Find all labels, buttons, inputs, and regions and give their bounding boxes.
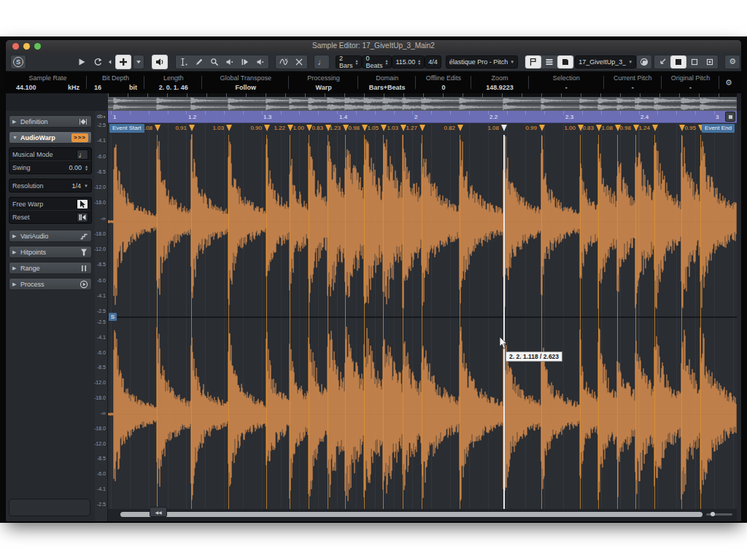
inspector-row-resolution[interactable]: Resolution1/4▼ (9, 179, 91, 192)
beats-field[interactable]: 0 Beats▲▼ (362, 55, 392, 69)
warp-marker-line[interactable] (700, 135, 701, 509)
inspector-section-process[interactable]: ▶Process (9, 278, 92, 290)
title-bar[interactable]: Sample Editor: 17_GiveItUp_3_Main2 (6, 40, 741, 53)
layers-button[interactable] (542, 56, 557, 68)
horizontal-zoom-slider[interactable] (706, 513, 732, 516)
play-tool-button[interactable] (222, 56, 237, 68)
warp-marker-handle[interactable] (501, 125, 507, 131)
collapse-left-icon[interactable] (107, 55, 114, 69)
audition-loop-button[interactable] (636, 55, 652, 69)
zoom-tool-button[interactable] (207, 56, 222, 68)
volume-tool-button[interactable] (253, 56, 268, 68)
cursor-arrow-icon[interactable] (77, 199, 88, 209)
warp-marker-line[interactable] (403, 135, 403, 509)
info-offline-edits[interactable]: Offline Edits0 (416, 71, 471, 93)
warp-marker-line[interactable] (157, 135, 158, 509)
autoscroll-options-button[interactable] (133, 55, 144, 69)
left-zone-button[interactable] (670, 55, 686, 69)
snap-button[interactable] (292, 56, 306, 68)
zoom-fit-button[interactable]: ◀◀ (150, 507, 167, 517)
warp-marker-line[interactable] (617, 135, 618, 509)
waveform-view[interactable]: 1.080.911.030.901.221.000.831.230.981.05… (108, 111, 737, 521)
warp-marker-line[interactable] (460, 135, 460, 509)
warp-marker-handle[interactable] (264, 125, 270, 131)
inspector-row-swing[interactable]: Swing0.00▲▼ (9, 161, 91, 174)
info-domain[interactable]: DomainBars+Beats (358, 71, 416, 93)
warp-marker-handle[interactable] (306, 125, 312, 131)
inspector-row-free-warp[interactable]: Free Warp (9, 198, 91, 211)
warp-marker-handle[interactable] (400, 125, 406, 131)
right-zone-button[interactable] (687, 56, 702, 68)
warp-marker-handle[interactable] (155, 125, 160, 131)
warp-marker-handle[interactable] (652, 125, 658, 131)
inspector-section-variaudio[interactable]: ▶VariAudio (9, 230, 92, 242)
warp-marker-handle[interactable] (189, 125, 195, 131)
open-in-window-button[interactable] (703, 56, 717, 68)
cycle-button[interactable] (90, 55, 105, 69)
inspector-row-reset[interactable]: Reset (9, 211, 91, 223)
timeline-ruler[interactable]: 11.21.31.422.22.32.43 (108, 111, 737, 123)
inspector-section-range[interactable]: ▶Range (9, 262, 92, 274)
segment-badge[interactable]: S (109, 313, 117, 321)
warp-marker-handle[interactable] (343, 125, 349, 131)
inspector-row-musical-mode[interactable]: Musical Mode♩ (9, 148, 91, 161)
horizontal-scrollbar[interactable] (108, 509, 737, 521)
warp-marker-handle[interactable] (381, 125, 387, 131)
info-current-pitch[interactable]: Current Pitch- (604, 71, 662, 93)
scrub-tool-button[interactable] (238, 56, 252, 68)
setup-toolbar-button[interactable]: ⚙ (724, 55, 740, 69)
musical-mode-button[interactable]: ♩ (314, 55, 330, 69)
spinner-icon[interactable]: ▲▼ (85, 165, 88, 171)
info-global-transpose[interactable]: Global TransposeFollow (202, 71, 289, 93)
warp-marker-line[interactable] (228, 135, 229, 509)
note-icon[interactable]: ♩ (77, 149, 88, 160)
inspector-section-audiowarp[interactable]: ▼AudioWarp>>> (9, 131, 92, 144)
tempo-field[interactable]: 115.00▲▼ (392, 55, 425, 69)
play-button[interactable] (74, 55, 89, 69)
timesig-field[interactable]: 4/4 (425, 55, 441, 69)
audio-overview[interactable] (108, 93, 737, 111)
warp-marker-line[interactable] (383, 135, 384, 509)
audition-button[interactable] (152, 55, 168, 69)
warp-marker-handle[interactable] (596, 125, 602, 131)
level-scale-menu[interactable]: db▾ (95, 111, 107, 122)
info-bit-depth[interactable]: Bit Depth16bit (87, 71, 144, 93)
steinberg-setup-button[interactable]: S (10, 55, 26, 69)
draw-tool-button[interactable] (192, 56, 206, 68)
warp-marker-line[interactable] (580, 135, 581, 509)
warp-marker-line[interactable] (503, 135, 505, 509)
info-processing[interactable]: ProcessingWarp (289, 71, 358, 93)
autoscroll-button[interactable] (115, 55, 131, 69)
warp-marker-line[interactable] (422, 135, 422, 509)
warp-marker-line[interactable] (598, 135, 599, 509)
warp-marker-handle[interactable] (679, 125, 685, 131)
horizontal-scrollbar-thumb[interactable] (120, 512, 703, 517)
warp-marker-line[interactable] (290, 135, 290, 509)
clip-button[interactable] (557, 55, 573, 69)
info-zoom[interactable]: Zoom148.9223 (471, 71, 529, 93)
info-selection[interactable]: Selection- (529, 71, 604, 93)
warp-marker-handle[interactable] (633, 125, 639, 131)
warp-marker-handle[interactable] (287, 125, 293, 131)
bars-field[interactable]: 2 Bars▲▼ (336, 55, 362, 69)
range-tool-button[interactable] (177, 56, 191, 68)
warp-marker-handle[interactable] (539, 125, 545, 131)
warp-marker-handle[interactable] (419, 125, 425, 131)
warp-marker-line[interactable] (654, 135, 655, 509)
warp-marker-line[interactable] (266, 135, 267, 509)
warp-marker-handle[interactable] (362, 125, 368, 131)
snap-zero-crossing-button[interactable] (276, 56, 291, 68)
inspector-section-definition[interactable]: ▶Definition (9, 115, 92, 128)
warp-marker-line[interactable] (364, 135, 365, 509)
spinner-icon[interactable]: ▲▼ (384, 59, 388, 65)
info-length[interactable]: Length2. 0. 1. 46 (144, 71, 202, 93)
warp-marker-line[interactable] (309, 135, 309, 509)
info-original-pitch[interactable]: Original Pitch- (662, 71, 719, 93)
event-start-badge[interactable]: Event Start (109, 124, 144, 133)
warp-marker-handle[interactable] (457, 125, 463, 131)
warp-marker-line[interactable] (328, 135, 328, 509)
info-sample-rate[interactable]: Sample Rate44.100kHz (9, 71, 87, 93)
inspector-section-hitpoints[interactable]: ▶Hitpoints (9, 246, 92, 258)
spinner-icon[interactable]: ▲▼ (417, 59, 421, 65)
level-scale-column[interactable]: db▾ -2.5-4.1-6.0-8.5-12.0-18.0-∞-18.0-12… (95, 111, 108, 521)
